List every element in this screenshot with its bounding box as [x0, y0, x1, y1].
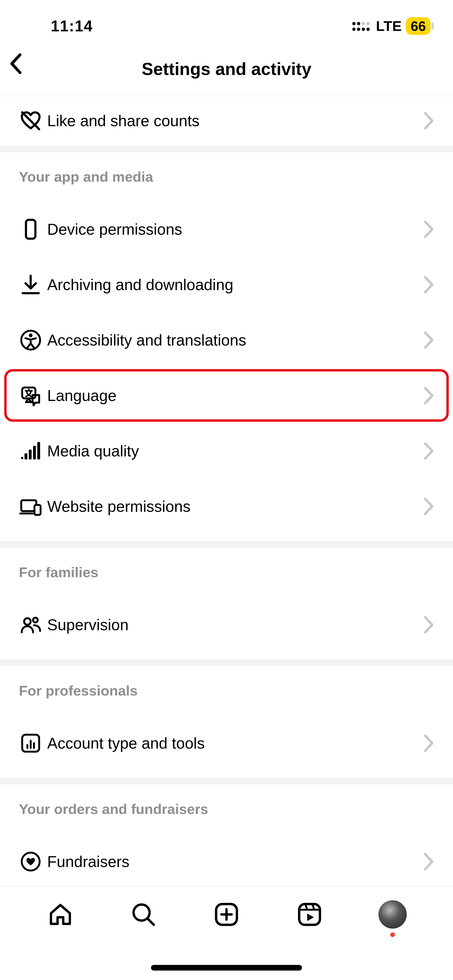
chevron-right-icon [423, 497, 434, 516]
chevron-right-icon [423, 331, 434, 350]
notification-dot-icon [390, 932, 395, 937]
svg-point-7 [367, 28, 370, 31]
svg-point-15 [21, 457, 23, 459]
chevron-right-icon [423, 275, 434, 294]
chevron-left-icon [7, 52, 26, 75]
row-accessibility-translations[interactable]: Accessibility and translations [0, 312, 453, 368]
svg-rect-17 [29, 450, 32, 460]
chevron-right-icon [423, 852, 434, 871]
svg-rect-9 [26, 220, 35, 239]
page-title: Settings and activity [142, 59, 311, 79]
section-app-media: Your app and media Device permissions Ar… [0, 152, 453, 548]
row-label: Archiving and downloading [47, 276, 423, 294]
search-icon [129, 900, 158, 929]
svg-point-1 [357, 22, 360, 25]
row-language[interactable]: Language [0, 368, 453, 423]
svg-line-31 [148, 919, 154, 925]
language-icon [19, 384, 47, 407]
svg-point-6 [362, 28, 365, 31]
heart-circle-icon [19, 850, 47, 873]
nav-home[interactable] [46, 900, 75, 929]
row-device-permissions[interactable]: Device permissions [0, 201, 453, 257]
svg-point-24 [33, 618, 38, 622]
row-label: Accessibility and translations [47, 331, 423, 349]
heart-off-icon [19, 109, 47, 132]
row-fundraisers[interactable]: Fundraisers [0, 834, 453, 889]
chevron-right-icon [423, 386, 434, 405]
section-header: For families [0, 548, 453, 590]
section-orders-fundraisers: Your orders and fundraisers Fundraisers [0, 784, 453, 889]
svg-point-13 [29, 334, 33, 337]
nav-profile[interactable] [378, 900, 407, 929]
signal-icon [352, 20, 371, 32]
home-indicator [151, 965, 302, 970]
back-button[interactable] [7, 52, 26, 75]
row-label: Like and share counts [47, 112, 423, 130]
row-like-share-counts[interactable]: Like and share counts [0, 96, 453, 146]
chevron-right-icon [423, 111, 434, 130]
svg-rect-18 [33, 446, 36, 460]
row-label: Language [47, 387, 423, 404]
chevron-right-icon [423, 734, 434, 752]
row-label: Device permissions [47, 220, 423, 238]
svg-point-2 [362, 22, 365, 25]
row-label: Account type and tools [47, 734, 423, 752]
download-icon [19, 273, 47, 296]
accessibility-icon [19, 328, 47, 352]
svg-rect-16 [24, 453, 27, 460]
profile-avatar [378, 900, 407, 929]
svg-point-3 [367, 22, 370, 25]
chevron-right-icon [423, 616, 434, 634]
page-header: Settings and activity [0, 52, 453, 96]
network-label: LTE [376, 18, 402, 34]
svg-point-0 [352, 22, 356, 25]
chevron-right-icon [423, 220, 434, 239]
section-professionals: For professionals Account type and tools [0, 666, 453, 784]
reels-icon [295, 900, 324, 929]
chevron-right-icon [423, 442, 434, 460]
svg-point-5 [357, 28, 360, 31]
section-header: Your orders and fundraisers [0, 784, 453, 827]
status-bar: 11:14 LTE 66 [0, 0, 453, 52]
svg-point-23 [24, 618, 31, 625]
plus-square-icon [212, 900, 241, 929]
svg-point-4 [352, 28, 356, 31]
devices-icon [19, 495, 47, 518]
row-account-type-tools[interactable]: Account type and tools [0, 715, 453, 771]
status-time: 11:14 [51, 17, 93, 35]
row-supervision[interactable]: Supervision [0, 597, 453, 652]
row-label: Fundraisers [47, 853, 423, 870]
row-website-permissions[interactable]: Website permissions [0, 479, 453, 534]
section-header: For professionals [0, 666, 453, 708]
row-label: Media quality [47, 442, 423, 460]
row-label: Supervision [47, 616, 423, 634]
row-label: Website permissions [47, 498, 423, 515]
signal-bars-icon [19, 439, 47, 463]
battery-indicator: 66 [406, 17, 431, 35]
people-icon [19, 613, 47, 636]
nav-create[interactable] [212, 900, 241, 929]
section-families: For families Supervision [0, 548, 453, 666]
svg-rect-19 [37, 442, 40, 460]
svg-rect-35 [299, 904, 320, 925]
nav-search[interactable] [129, 900, 158, 929]
device-icon [19, 218, 47, 241]
section-top: Like and share counts [0, 96, 453, 152]
section-header: Your app and media [0, 152, 453, 194]
row-media-quality[interactable]: Media quality [0, 423, 453, 479]
nav-reels[interactable] [295, 900, 324, 929]
status-right: LTE 66 [352, 17, 431, 35]
chart-icon [19, 732, 47, 755]
row-archiving-downloading[interactable]: Archiving and downloading [0, 257, 453, 312]
bottom-nav [0, 886, 453, 980]
home-icon [46, 900, 75, 929]
svg-rect-22 [34, 505, 41, 515]
